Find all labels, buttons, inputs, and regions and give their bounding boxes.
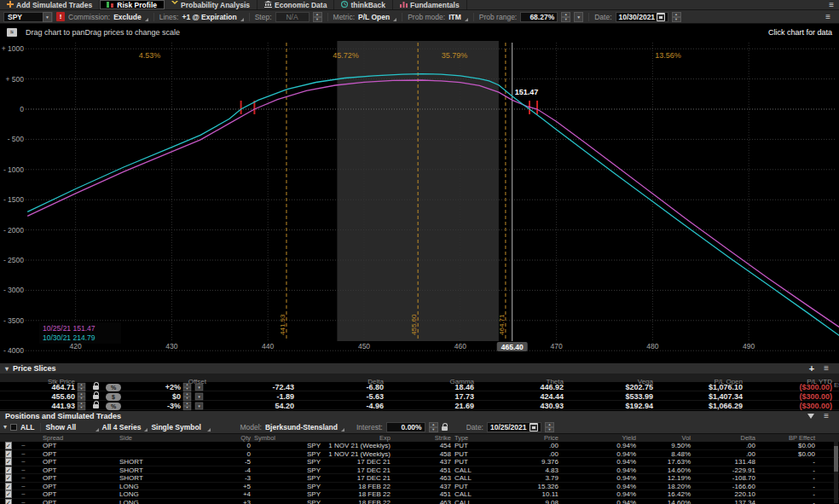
unit-toggle[interactable]: %: [106, 403, 121, 410]
column-header[interactable]: Type: [453, 434, 506, 442]
chart-mode-icon[interactable]: ≈: [7, 28, 17, 37]
date-input[interactable]: 10/30/2021: [616, 12, 668, 22]
date-stepper[interactable]: ▲▼: [672, 12, 681, 22]
row-checkbox[interactable]: ✓: [5, 483, 12, 490]
lock-icon[interactable]: [442, 426, 448, 431]
unit-toggle[interactable]: %: [106, 384, 121, 391]
tabbar-menu-icon[interactable]: ≡: [824, 0, 839, 9]
interest-stepper[interactable]: ▲▼: [429, 422, 438, 432]
tab-thinkback[interactable]: thinkBack: [334, 0, 393, 9]
dropdown-corner-icon: [145, 18, 148, 21]
slice-stepper[interactable]: ▲▼: [78, 402, 85, 410]
positions-scrollbar[interactable]: [834, 442, 838, 503]
curve-toggle-icon[interactable]: ~: [17, 450, 31, 458]
row-checkbox[interactable]: ✓: [5, 474, 12, 482]
scrollbar-thumb[interactable]: [834, 446, 838, 472]
lock-icon[interactable]: [93, 404, 99, 408]
column-header[interactable]: Spread: [31, 434, 107, 442]
column-header[interactable]: Vol: [638, 434, 692, 442]
chart-canvas[interactable]: 441.93455.60464.714.53%45.72%35.79%13.56…: [0, 41, 839, 355]
row-checkbox[interactable]: ✓: [5, 490, 12, 498]
tab-fundamentals[interactable]: Fundamentals: [393, 0, 467, 9]
curve-toggle-icon[interactable]: ~: [17, 442, 31, 449]
row-checkbox[interactable]: ✓: [5, 499, 12, 504]
tab-probability-analysis[interactable]: Probability Analysis: [165, 0, 257, 9]
column-header[interactable]: Price: [506, 434, 560, 442]
slice-stepper[interactable]: ▲▼: [78, 383, 85, 391]
alert-badge[interactable]: !: [56, 12, 65, 21]
y-axis-label: - 1500: [3, 195, 24, 204]
tab-add-simulated-trades[interactable]: Add Simulated Trades: [0, 0, 100, 9]
unit-toggle[interactable]: $: [106, 393, 121, 401]
positions-menu-icon[interactable]: ≡: [819, 411, 834, 421]
slice-offset[interactable]: $0: [126, 392, 182, 401]
cell-qty: -3: [193, 474, 252, 482]
add-slice-button[interactable]: +: [809, 364, 814, 373]
offset-dropdown-icon[interactable]: ▼: [195, 393, 203, 401]
lock-icon[interactable]: [93, 385, 99, 390]
symbol-input[interactable]: SPY ▼: [3, 12, 53, 22]
lock-icon[interactable]: [93, 395, 99, 399]
slice-price[interactable]: 455.60: [0, 392, 77, 401]
column-header[interactable]: Side: [107, 434, 193, 442]
column-header[interactable]: BP Effect: [834, 374, 839, 389]
slice-offset[interactable]: +2%: [126, 383, 182, 391]
interest-input[interactable]: 0.00%: [386, 422, 425, 432]
tab-economic-data[interactable]: Economic Data: [257, 0, 334, 9]
position-row: ✓~OPT0SPY1 NOV 21 (Weeklys)458PUT.000.94…: [0, 450, 839, 459]
column-header[interactable]: BP Effect: [757, 434, 817, 442]
curve-toggle-icon[interactable]: ~: [17, 490, 31, 498]
curve-toggle-icon[interactable]: ~: [17, 474, 31, 482]
positions-date-stepper[interactable]: ▲▼: [545, 422, 554, 432]
tab-risk-profile[interactable]: Risk Profile: [100, 0, 165, 9]
all-checkbox[interactable]: [10, 424, 17, 431]
toolbar-menu-icon[interactable]: ≡: [820, 12, 836, 22]
curve-toggle-icon[interactable]: ~: [17, 499, 31, 504]
column-header[interactable]: Qty: [193, 434, 252, 442]
row-checkbox[interactable]: ✓: [5, 466, 12, 474]
curve-toggle-icon[interactable]: ~: [17, 466, 31, 474]
prob-mode-select[interactable]: ITM: [448, 13, 461, 21]
step-input[interactable]: N/A: [275, 12, 310, 22]
metric-label: Metric:: [333, 13, 356, 21]
calendar-icon[interactable]: [657, 13, 665, 21]
curve-toggle-icon[interactable]: ~: [17, 483, 31, 490]
show-all-select[interactable]: Show All: [46, 423, 92, 432]
slice-price[interactable]: 441.93: [0, 402, 77, 410]
model-select[interactable]: Bjerksund-Stensland: [265, 423, 338, 432]
slice-price[interactable]: 464.71: [0, 383, 77, 391]
series-select[interactable]: All 4 Series: [102, 423, 142, 432]
step-stepper[interactable]: ▲▼: [313, 12, 322, 22]
prob-range-stepper[interactable]: ▲▼: [561, 12, 570, 22]
curve-toggle-icon[interactable]: ~: [17, 458, 31, 466]
prob-range-dropdown-icon[interactable]: ▼: [574, 12, 583, 22]
collapse-chevron-icon[interactable]: ▾: [3, 423, 7, 431]
row-checkbox[interactable]: ✓: [5, 450, 12, 458]
column-header[interactable]: Yield: [560, 434, 638, 442]
calendar-icon[interactable]: [529, 423, 538, 432]
row-checkbox[interactable]: ✓: [5, 442, 12, 449]
column-header[interactable]: Strike: [392, 434, 453, 442]
offset-stepper[interactable]: ▲▼: [183, 402, 191, 410]
lines-select[interactable]: +1 @ Expiration: [182, 13, 236, 21]
column-header[interactable]: Delta: [692, 434, 757, 442]
offset-stepper[interactable]: ▲▼: [183, 383, 191, 391]
price-slices-menu-icon[interactable]: ≡: [819, 363, 834, 374]
symbol-mode-select[interactable]: Single Symbol: [151, 423, 204, 432]
positions-date-input[interactable]: 10/25/2021: [487, 422, 541, 432]
offset-dropdown-icon[interactable]: ▼: [195, 403, 203, 410]
commission-select[interactable]: Exclude: [113, 13, 142, 21]
filter-icon[interactable]: [807, 414, 814, 419]
symbol-dropdown-icon[interactable]: ▼: [43, 12, 52, 22]
column-header[interactable]: Symbol: [252, 434, 322, 442]
collapse-chevron-icon[interactable]: ▾: [5, 365, 9, 373]
offset-dropdown-icon[interactable]: ▼: [195, 384, 203, 391]
slice-offset[interactable]: -3%: [126, 402, 182, 410]
column-header[interactable]: Exp: [322, 434, 392, 442]
offset-stepper[interactable]: ▲▼: [183, 392, 191, 401]
metric-select[interactable]: P/L Open: [358, 13, 390, 21]
slice-stepper[interactable]: ▲▼: [78, 392, 85, 401]
prob-range-input[interactable]: 68.27%: [520, 12, 558, 22]
row-checkbox[interactable]: ✓: [5, 458, 12, 466]
risk-profile-chart[interactable]: 441.93455.60464.714.53%45.72%35.79%13.56…: [0, 41, 839, 355]
